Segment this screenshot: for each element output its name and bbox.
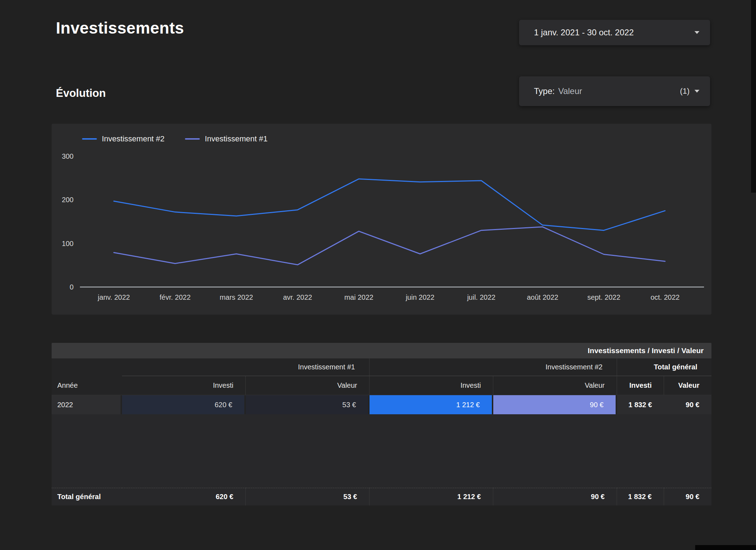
table-empty-area (52, 414, 711, 488)
column-header-valeur-1: Valeur (246, 376, 370, 395)
chart-legend: Investissement #2 Investissement #1 (82, 134, 268, 144)
legend-item-investissement-1[interactable]: Investissement #1 (185, 134, 267, 144)
legend-label: Investissement #2 (102, 134, 164, 144)
row-label-2022: 2022 (52, 395, 122, 414)
cell-investi-2: 1 212 € (370, 395, 493, 414)
footer-investi-2: 1 212 € (370, 488, 493, 505)
legend-label: Investissement #1 (205, 134, 267, 144)
footer-valeur-total: 90 € (664, 488, 711, 505)
line-chart: 0100200300janv. 2022févr. 2022mars 2022a… (52, 124, 711, 315)
date-range-dropdown[interactable]: 1 janv. 2021 - 30 oct. 2022 (519, 20, 710, 45)
svg-text:300: 300 (62, 152, 74, 160)
column-header-valeur-2: Valeur (493, 376, 617, 395)
group-header-spacer (52, 358, 122, 376)
page-title: Investissements (56, 18, 184, 37)
footer-label: Total général (52, 488, 122, 505)
type-filter-label: Type: (534, 86, 555, 96)
column-header-row: Année Investi Valeur Investi Valeur Inve… (52, 376, 711, 395)
group-header-investissement-1: Investissement #1 (122, 358, 370, 376)
legend-item-investissement-2[interactable]: Investissement #2 (82, 134, 164, 144)
svg-text:oct. 2022: oct. 2022 (651, 293, 680, 301)
footer-valeur-2: 90 € (493, 488, 617, 505)
svg-text:juil. 2022: juil. 2022 (467, 293, 495, 301)
svg-text:août 2022: août 2022 (527, 293, 558, 301)
svg-text:200: 200 (62, 196, 74, 204)
column-header-annee: Année (52, 376, 122, 395)
section-title: Évolution (56, 87, 106, 100)
pivot-table: Investissements / Investi / Valeur Inves… (52, 343, 711, 505)
svg-text:mai 2022: mai 2022 (344, 293, 373, 301)
svg-text:févr. 2022: févr. 2022 (159, 293, 191, 301)
table-title: Investissements / Investi / Valeur (588, 346, 704, 355)
vertical-scrollbar-thumb[interactable] (751, 0, 756, 193)
cell-valeur-total: 90 € (664, 395, 711, 414)
legend-swatch (185, 138, 200, 140)
footer-investi-1: 620 € (122, 488, 246, 505)
column-header-valeur-total: Valeur (664, 376, 711, 395)
svg-text:juin 2022: juin 2022 (405, 293, 434, 301)
svg-text:janv. 2022: janv. 2022 (98, 293, 130, 301)
cell-investi-total: 1 832 € (617, 395, 664, 414)
group-header-total-general: Total général (617, 358, 711, 376)
group-header-row: Investissement #1 Investissement #2 Tota… (52, 358, 711, 376)
table-footer-row: Total général 620 € 53 € 1 212 € 90 € 1 … (52, 488, 711, 505)
svg-text:sept. 2022: sept. 2022 (587, 293, 620, 301)
type-filter-value: Valeur (558, 86, 582, 96)
svg-text:avr. 2022: avr. 2022 (283, 293, 312, 301)
evolution-chart-card: 0100200300janv. 2022févr. 2022mars 2022a… (52, 124, 711, 315)
column-header-investi-total: Investi (617, 376, 664, 395)
cell-valeur-1: 53 € (246, 395, 370, 414)
footer-valeur-1: 53 € (246, 488, 370, 505)
date-range-value: 1 janv. 2021 - 30 oct. 2022 (534, 28, 634, 37)
cell-valeur-2: 90 € (493, 395, 617, 414)
table-title-bar: Investissements / Investi / Valeur (52, 343, 711, 358)
type-filter-dropdown[interactable]: Type: Valeur (1) (519, 76, 710, 106)
column-header-investi-2: Investi (370, 376, 493, 395)
type-filter-count: (1) (680, 87, 690, 96)
chevron-down-icon (694, 31, 699, 34)
table-row: 2022 620 € 53 € 1 212 € 90 € 1 832 € 90 … (52, 395, 711, 414)
group-header-investissement-2: Investissement #2 (370, 358, 617, 376)
svg-text:mars 2022: mars 2022 (220, 293, 253, 301)
svg-text:0: 0 (70, 283, 74, 291)
cell-investi-1: 620 € (122, 395, 246, 414)
legend-swatch (82, 138, 97, 140)
svg-text:100: 100 (62, 240, 74, 247)
chevron-down-icon (694, 90, 699, 93)
scrollbar-corner[interactable] (695, 545, 756, 550)
footer-investi-total: 1 832 € (617, 488, 664, 505)
column-header-investi-1: Investi (122, 376, 246, 395)
